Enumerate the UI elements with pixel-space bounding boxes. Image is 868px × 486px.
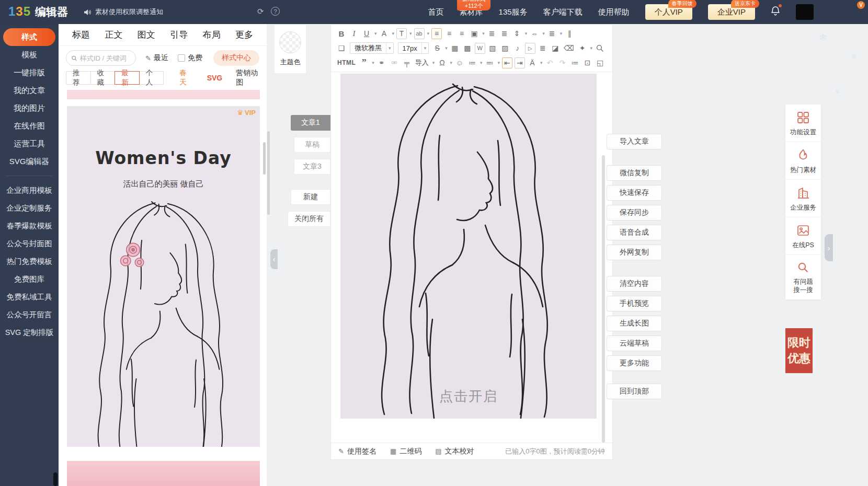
tag-svg[interactable]: SVG (207, 74, 223, 82)
image-icon[interactable]: ▧ (487, 43, 498, 54)
app-logo[interactable]: 135 编辑器 (8, 4, 68, 19)
divider-insert-icon[interactable]: ╤ (402, 57, 412, 68)
special-char-caret-icon[interactable]: ▾ (450, 60, 452, 65)
tab-body-text[interactable]: 正文 (105, 29, 122, 41)
tab-guide[interactable]: 引导 (170, 29, 188, 41)
font-family-select[interactable]: 微软雅黑▾ (350, 42, 394, 54)
editor-canvas[interactable]: 点击开启 (340, 74, 597, 419)
proofread-button[interactable]: ▤ 文本校对 (435, 447, 474, 456)
line-spacing-caret-icon[interactable]: ▾ (525, 31, 528, 36)
pinyin-annotation-icon[interactable]: Ä (527, 57, 538, 68)
first-line-indent-icon[interactable]: ⇤ (502, 57, 512, 68)
align-right-icon[interactable]: ≡ (456, 28, 467, 39)
sidebar-item-enterprise-templates[interactable]: 企业商用模板 (0, 181, 59, 199)
image-align-caret-icon[interactable]: ▾ (482, 31, 485, 36)
panel-scrollbar-thumb[interactable] (267, 131, 270, 215)
sidebar-item-one-click-layout[interactable]: 一键排版 (0, 64, 59, 82)
align-center-icon[interactable]: ≡ (444, 28, 454, 39)
vertical-text-icon[interactable]: ∥ (564, 28, 575, 39)
magic-wand-caret-icon[interactable]: ▾ (590, 45, 593, 51)
indent-block-icon[interactable]: ≣ (499, 28, 510, 39)
pinyin-caret-icon[interactable]: ▾ (540, 60, 543, 65)
sidebar-item-comments[interactable]: 公众号开留言 (0, 306, 59, 323)
personal-vip-button[interactable]: 个人VIP 春季回馈 (645, 4, 692, 20)
style-panel-scrollbar-thumb[interactable] (263, 142, 266, 175)
sidebar-item-ops-tools[interactable]: 运营工具 (0, 135, 59, 153)
bullet-list-icon[interactable]: ≔ (467, 57, 477, 68)
feature-settings-button[interactable]: 功能设置 (785, 105, 821, 142)
line-spacing-icon[interactable]: ⇕ (512, 28, 522, 39)
search-help-button[interactable]: 有问题搜一搜 (785, 255, 821, 299)
link-icon[interactable]: ⚭ (376, 57, 387, 68)
nav-client-download[interactable]: 客户端下载 (543, 7, 583, 17)
click-to-open-hint[interactable]: 点击开启 (340, 387, 597, 406)
photo-library-icon[interactable]: ▨ (500, 43, 510, 54)
tag-marketing-gif[interactable]: 营销动图 (236, 68, 259, 87)
music-icon[interactable]: ♪ (512, 43, 523, 54)
redo-icon[interactable]: ↷ (557, 57, 568, 68)
strikethrough-icon[interactable]: S (432, 43, 442, 54)
paragraph-spacing-icon[interactable]: ≣ (547, 28, 557, 39)
video-icon[interactable]: ▷ (525, 43, 535, 54)
style-search-box[interactable] (66, 50, 136, 66)
wechat-copy-button[interactable]: 微信复制 (607, 165, 662, 181)
free-filter-checkbox[interactable]: 免费 (178, 53, 202, 63)
doc-tab-draft[interactable]: 草稿 (294, 137, 330, 153)
align-left-icon[interactable]: ≡ (431, 28, 442, 39)
find-replace-icon[interactable] (595, 43, 605, 54)
strikethrough-caret-icon[interactable]: ▾ (445, 45, 448, 51)
new-document-button[interactable]: 新建 (291, 189, 330, 205)
undo-icon[interactable]: ↶ (545, 57, 555, 68)
doc-tab-article3[interactable]: 文章3 (294, 159, 330, 175)
theme-color-picker[interactable] (279, 31, 301, 53)
word-import-icon[interactable]: W (475, 43, 485, 54)
more-functions-button[interactable]: 更多功能 (607, 355, 662, 371)
table-icon[interactable]: ▦ (450, 43, 460, 54)
online-ps-button[interactable]: 在线PS (785, 217, 821, 255)
blockquote-icon[interactable]: ” (359, 57, 369, 68)
nav-help[interactable]: 使用帮助 (598, 7, 630, 17)
announcement-link[interactable]: 素材使用权限调整通知 (84, 7, 163, 17)
nav-materials[interactable]: 素材库 新增样式 +112个 (460, 7, 483, 17)
editor-scrollbar-thumb[interactable] (602, 155, 605, 443)
nav-135-services[interactable]: 135服务 (499, 7, 528, 17)
signature-button[interactable]: ✎ 使用签名 (338, 447, 376, 456)
chip-recommended[interactable]: 推荐 (66, 71, 91, 85)
expand-rail-handle[interactable]: › (825, 234, 833, 261)
refresh-icon[interactable]: ⟳ (257, 7, 264, 16)
chip-favorites[interactable]: 收藏 (90, 71, 116, 85)
import-menu-button[interactable]: 导入 (414, 57, 430, 68)
long-image-button[interactable]: 生成长图 (607, 316, 662, 331)
notifications-bell-icon[interactable] (771, 6, 780, 18)
new-document-icon[interactable]: ❏ (336, 43, 347, 54)
bullet-list-caret-icon[interactable]: ▾ (480, 60, 483, 65)
import-article-button[interactable]: 导入文章 (607, 134, 662, 149)
sidebar-item-free-private-tools[interactable]: 免费私域工具 (0, 288, 59, 306)
highlight-icon[interactable]: ab (414, 28, 425, 39)
clear-format-icon[interactable]: ⌫ (563, 43, 575, 54)
letter-spacing-caret-icon[interactable]: ▾ (542, 31, 545, 36)
sidebar-item-spring-templates[interactable]: 春季爆款模板 (0, 217, 59, 235)
sidebar-item-free-gallery[interactable]: 免费图库 (0, 270, 59, 288)
number-list-icon[interactable]: ≕ (484, 57, 495, 68)
eraser-icon[interactable]: ◪ (550, 43, 561, 54)
checkbox-icon[interactable] (178, 54, 185, 62)
blockquote-caret-icon[interactable]: ▾ (372, 60, 374, 65)
style-search-input[interactable] (80, 54, 130, 62)
tab-image-text[interactable]: 图文 (138, 29, 155, 41)
voice-synthesis-button[interactable]: 语音合成 (607, 225, 662, 240)
page-layout-icon[interactable]: ≣ (538, 43, 548, 54)
unlink-icon[interactable]: ⚮ (389, 57, 399, 68)
help-icon[interactable]: ? (271, 7, 280, 16)
html-source-button[interactable]: HTML (336, 57, 357, 68)
nav-home[interactable]: 首页 (428, 7, 444, 17)
sidebar-item-svg-editor[interactable]: SVG编辑器 (0, 153, 59, 170)
justify-icon[interactable]: ≣ (487, 28, 497, 39)
limited-time-offer-badge[interactable]: 限时 优惠 (785, 328, 813, 373)
sidebar-item-templates[interactable]: 模板 (0, 46, 59, 64)
underline-icon[interactable]: U (361, 28, 372, 39)
magic-wand-icon[interactable]: ✦ (577, 43, 588, 54)
quick-save-button[interactable]: 快速保存 (607, 185, 662, 201)
font-size-select[interactable]: 17px▾ (398, 42, 429, 54)
special-char-icon[interactable]: Ω (437, 57, 447, 68)
